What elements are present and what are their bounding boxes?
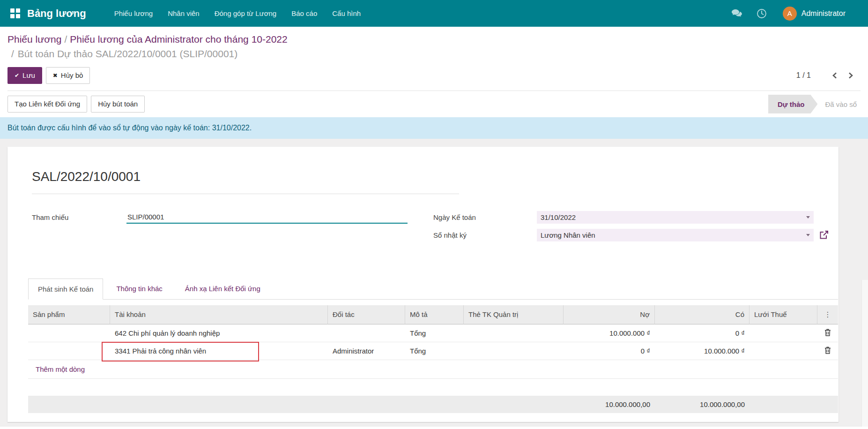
discard-button-label: Hủy bỏ: [61, 71, 83, 80]
status-step-posted[interactable]: Đã vào sổ: [817, 95, 864, 113]
accounting-date-select[interactable]: 31/10/2022: [537, 211, 814, 224]
save-button-label: Lưu: [22, 71, 35, 80]
journal-value: Lương Nhân viên: [541, 231, 595, 239]
table-row[interactable]: 3341 Phải trả công nhân viên Administrat…: [28, 342, 838, 360]
nav-item-nhan-vien[interactable]: Nhân viên: [160, 0, 207, 27]
chevron-down-icon: [806, 234, 810, 236]
journal-select[interactable]: Lương Nhân viên: [537, 229, 814, 241]
apps-menu-icon[interactable]: [10, 8, 21, 19]
messages-icon[interactable]: [731, 9, 742, 18]
discard-button[interactable]: ✖ Hủy bỏ: [46, 67, 90, 84]
cell-analytic-tag[interactable]: [464, 324, 564, 342]
nav-item-cau-hinh[interactable]: Cấu hình: [325, 0, 368, 27]
user-menu[interactable]: Administrator: [801, 9, 846, 18]
col-header-debit[interactable]: Nợ: [564, 305, 655, 324]
totals-row: 10.000.000,00 10.000.000,00: [28, 396, 838, 413]
cell-credit[interactable]: 0 ₫: [655, 324, 749, 342]
user-avatar[interactable]: A: [783, 7, 797, 21]
form-fields: Tham chiếu Ngày Kế toán 31/10/2022: [32, 210, 838, 246]
cell-analytic-tag[interactable]: [464, 342, 564, 360]
cell-product[interactable]: [28, 342, 110, 360]
breadcrumb-separator-2: /: [11, 48, 18, 59]
journal-label: Sổ nhật ký: [433, 231, 537, 239]
table-row[interactable]: 642 Chi phí quản lý doanh nghiệp Tổng 10…: [28, 324, 838, 342]
systray: A Administrator: [717, 7, 868, 21]
cell-partner[interactable]: [328, 324, 405, 342]
reference-input[interactable]: [126, 211, 408, 224]
check-icon: ✔: [15, 71, 19, 80]
cell-description[interactable]: Tổng: [405, 342, 464, 360]
chevron-down-icon: [806, 216, 810, 218]
total-credit: 10.000.000,00: [655, 396, 749, 413]
nav-item-dong-gop[interactable]: Đóng góp từ Lương: [207, 0, 284, 27]
close-icon: ✖: [53, 71, 58, 80]
cell-account[interactable]: 642 Chi phí quản lý doanh nghiệp: [110, 324, 328, 342]
journal-field-row: Sổ nhật ký Lương Nhân viên: [433, 228, 838, 242]
pager-previous-button[interactable]: [831, 72, 838, 79]
cell-description[interactable]: Tổng: [405, 324, 464, 342]
delete-row-button[interactable]: [817, 324, 838, 342]
accounting-date-label: Ngày Kế toán: [433, 213, 537, 221]
col-header-credit[interactable]: Có: [655, 305, 749, 324]
tab-counterpart-mapping[interactable]: Ánh xạ Liên kết Đối ứng: [176, 278, 270, 299]
nav-item-phieu-luong[interactable]: Phiếu lương: [107, 0, 160, 27]
cell-credit[interactable]: 10.000.000 ₫: [655, 342, 749, 360]
action-button-row: ✔ Lưu ✖ Hủy bỏ 1 / 1: [7, 67, 861, 84]
cell-account-highlighted[interactable]: 3341 Phải trả công nhân viên: [110, 342, 328, 360]
cell-debit[interactable]: 10.000.000 ₫: [564, 324, 655, 342]
add-line-link[interactable]: Thêm một dòng: [28, 360, 838, 378]
top-navbar: Bảng lương Phiếu lương Nhân viên Đóng gó…: [0, 0, 868, 27]
breadcrumb-link-phieu-luong[interactable]: Phiếu lương: [7, 34, 61, 45]
pager-value: 1 / 1: [796, 71, 811, 80]
cancel-entry-button[interactable]: Hủy bút toán: [91, 96, 145, 113]
payroll-journal-entry-page: Bảng lương Phiếu lương Nhân viên Đóng gó…: [0, 0, 868, 429]
column-options-icon[interactable]: ⋮: [817, 305, 838, 324]
total-debit: 10.000.000,00: [564, 396, 655, 413]
breadcrumb-current: /Bút toán Dự thảo SAL/2022/10/0001 (SLIP…: [7, 46, 861, 61]
accounting-date-value: 31/10/2022: [541, 213, 576, 221]
cancel-entry-label: Hủy bút toán: [98, 100, 138, 108]
col-header-account[interactable]: Tài khoản: [110, 305, 328, 324]
cell-partner[interactable]: Administrator: [328, 342, 405, 360]
entry-name-title[interactable]: SAL/2022/10/0001: [32, 168, 459, 194]
breadcrumb-separator: /: [61, 34, 70, 45]
create-counterpart-button[interactable]: Tạo Liên kết Đối ứng: [7, 96, 87, 113]
notebook-tabs: Phát sinh Kế toán Thông tin khác Ánh xạ …: [28, 278, 838, 300]
cell-tax-grid[interactable]: [749, 342, 817, 360]
status-step-draft[interactable]: Dự thảo: [768, 95, 818, 113]
col-header-tax-grid[interactable]: Lưới Thuế: [749, 305, 817, 324]
breadcrumb-current-label: Bút toán Dự thảo SAL/2022/10/0001 (SLIP/…: [18, 48, 237, 59]
pager-next-button[interactable]: [847, 72, 854, 79]
content-area: SAL/2022/10/0001 Tham chiếu Ngày Kế toán…: [0, 139, 868, 427]
breadcrumb: Phiếu lương/Phiếu lương của Administrato…: [7, 32, 861, 46]
table-header-row: Sản phẩm Tài khoản Đối tác Mô tả Thẻ TK …: [28, 305, 838, 324]
col-header-partner[interactable]: Đối tác: [328, 305, 405, 324]
external-link-icon[interactable]: [819, 230, 829, 240]
content-scrollbar[interactable]: [861, 280, 868, 427]
cell-product[interactable]: [28, 324, 110, 342]
nav-item-bao-cao[interactable]: Báo cáo: [284, 0, 325, 27]
reference-label: Tham chiếu: [32, 213, 126, 221]
delete-row-button[interactable]: [817, 342, 838, 360]
save-button[interactable]: ✔ Lưu: [7, 67, 42, 84]
cell-debit[interactable]: 0 ₫: [564, 342, 655, 360]
breadcrumb-link-payslip[interactable]: Phiếu lương của Administrator cho tháng …: [70, 34, 287, 45]
tab-other-info[interactable]: Thông tin khác: [107, 278, 171, 299]
col-header-analytic-tag[interactable]: Thẻ TK Quản trị: [464, 305, 564, 324]
col-header-product[interactable]: Sản phẩm: [28, 305, 110, 324]
col-header-description[interactable]: Mô tả: [405, 305, 464, 324]
add-line-row: Thêm một dòng: [28, 360, 838, 379]
form-sheet: SAL/2022/10/0001 Tham chiếu Ngày Kế toán…: [7, 147, 838, 422]
tab-journal-items[interactable]: Phát sinh Kế toán: [28, 278, 103, 300]
journal-items-table: Sản phẩm Tài khoản Đối tác Mô tả Thẻ TK …: [28, 305, 838, 413]
pager: 1 / 1: [796, 71, 854, 80]
cell-tax-grid[interactable]: [749, 324, 817, 342]
control-panel: Phiếu lương/Phiếu lương của Administrato…: [0, 27, 868, 91]
activities-clock-icon[interactable]: [757, 8, 767, 19]
status-widget: Dự thảo Đã vào sổ: [768, 95, 864, 113]
statusbar: Tạo Liên kết Đối ứng Hủy bút toán Dự thả…: [0, 91, 868, 117]
app-name[interactable]: Bảng lương: [27, 8, 86, 20]
accounting-date-field-row: Ngày Kế toán 31/10/2022: [433, 210, 838, 224]
auto-post-info-banner: Bút toán được cấu hình để vào sổ tự động…: [0, 117, 868, 139]
reference-field-row: Tham chiếu: [32, 210, 408, 224]
